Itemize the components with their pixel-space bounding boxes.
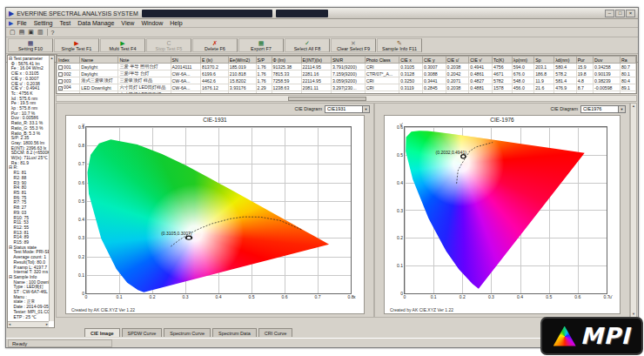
table-cell: 185.019 <box>228 64 256 71</box>
table-cell: Daylight <box>80 64 118 71</box>
tree-item[interactable]: ETP : 25 ℃ <box>9 315 49 320</box>
open-file-icon[interactable]: ▤ <box>19 29 25 36</box>
column-header[interactable]: Tc(K) <box>493 57 513 64</box>
menu-item-help[interactable]: Help <box>170 20 182 26</box>
column-header[interactable]: CIE v' <box>469 57 493 64</box>
menu-item-data-manage[interactable]: Data Manage <box>77 20 114 26</box>
column-header[interactable]: Note <box>118 57 171 64</box>
column-header[interactable]: Name <box>80 57 118 64</box>
column-header[interactable]: CIE y <box>422 57 446 64</box>
column-header[interactable]: λd(nm) <box>554 57 576 64</box>
column-header[interactable]: Sp <box>534 57 554 64</box>
table-cell: 0.3441 <box>422 77 446 84</box>
tab-spectrum-curve[interactable]: Spectrum Curve <box>164 328 211 337</box>
minimize-button[interactable]: – <box>605 10 614 17</box>
print-icon[interactable]: ▥ <box>37 29 44 36</box>
table-row[interactable]: 005LED Plate ...六寸筒灯 LED平面灯CW-6A...973.4… <box>57 91 636 95</box>
tree-vertical-scrollbar[interactable]: ▲ <box>49 56 54 321</box>
table-cell: 19.8 <box>576 71 593 77</box>
save-icon[interactable]: ▣ <box>28 29 34 36</box>
tree-horizontal-scrollbar[interactable]: ◄► <box>8 321 49 327</box>
table-header-row: IndexNameNoteSNE (lx)Ee(W/m2)S/PΦ (lm)E(… <box>57 57 636 64</box>
row-checkbox[interactable]: ✓ <box>58 86 63 91</box>
table-cell: 3.059(9200) <box>331 77 365 84</box>
chevron-down-icon[interactable]: ▼ <box>362 106 369 112</box>
column-header[interactable]: λp(nm) <box>512 57 533 64</box>
table-cell: 0.3007 <box>422 64 446 71</box>
column-header[interactable]: SN <box>171 57 200 64</box>
select-all-icon: ✓ <box>305 40 310 46</box>
row-checkbox[interactable] <box>58 72 63 77</box>
toolbar-divider <box>47 29 48 36</box>
diagram-select[interactable]: CIE1976▼ <box>580 105 626 113</box>
chart-vertical-scrollbar[interactable]: ▲▼ <box>630 103 637 318</box>
column-header[interactable]: Photo Class <box>365 57 399 64</box>
table-row[interactable]: 001Daylight三爱 半导 照明台灯A201411181370.2185.… <box>57 64 636 71</box>
column-header[interactable]: S/P <box>256 57 272 64</box>
app-icon: ▶ <box>9 10 14 17</box>
tab-cri-curve[interactable]: CRI Curve <box>258 328 293 337</box>
menu-item-file[interactable]: File <box>17 20 26 26</box>
column-header[interactable]: E(INT)(lx) <box>301 57 331 64</box>
parameter-tree[interactable]: ⊟ Test parameter Φ : 5676.41 lm Fe : 16.… <box>9 57 49 321</box>
row-checkbox[interactable] <box>58 79 63 84</box>
column-header[interactable]: Duv <box>594 57 621 64</box>
table-cell: 80.7 <box>620 64 635 71</box>
column-header[interactable]: Φ (lm) <box>272 57 301 64</box>
export-f7-button[interactable]: ▦Export F7 <box>238 38 284 52</box>
table-row[interactable]: 002Daylight三爱/半导 台灯CW-6A...6199.6210.818… <box>57 71 636 77</box>
toolbar-button-label: Stop Test F5 <box>156 46 183 51</box>
new-file-icon[interactable]: ▢ <box>10 29 16 36</box>
table-cell: 81370.2 <box>201 64 229 71</box>
column-header[interactable]: Index <box>57 57 80 64</box>
row-checkbox[interactable] <box>58 93 63 95</box>
menu-item-setting[interactable]: Setting <box>34 20 53 26</box>
maximize-button[interactable]: □ <box>615 10 625 17</box>
column-header[interactable]: Pur <box>576 57 593 64</box>
menu-item-window[interactable]: Window <box>141 20 163 26</box>
prism-icon <box>553 326 576 346</box>
window-controls: –□× <box>605 10 635 17</box>
table-cell: 0.3088 <box>422 71 446 77</box>
column-header[interactable]: CIE u' <box>446 57 469 64</box>
x-axis-label: x <box>353 294 356 299</box>
column-header[interactable]: E (lx) <box>201 57 229 64</box>
row-checkbox[interactable] <box>58 65 63 70</box>
tab-spectrum-data[interactable]: Spectrum Data <box>212 328 257 337</box>
scrollbar-thumb[interactable] <box>288 97 366 101</box>
column-header[interactable]: Ee(W/m2) <box>228 57 256 64</box>
table-cell: CTR/07°_A... <box>365 91 399 95</box>
table-row[interactable]: 003港式三爱吸顶灯三爱吸顶灯 样品CW-6A...4462.615.82021… <box>57 77 636 84</box>
setting-f10-button[interactable]: ▦Setting F10 <box>8 38 53 52</box>
table-cell: 1798.25 <box>272 91 301 95</box>
column-header[interactable]: Ra <box>620 57 635 64</box>
table-cell: 91325.38 <box>272 64 301 71</box>
stop-test-icon: C <box>166 40 171 46</box>
select-all-f8-button[interactable]: ✓Select All F8 <box>285 38 330 52</box>
chevron-down-icon[interactable]: ▼ <box>618 106 625 112</box>
close-button[interactable]: × <box>626 10 635 17</box>
chart-panel-header: CIE DiagramCIE1931▼ <box>57 104 373 114</box>
tab-cie-image[interactable]: CIE Image <box>84 328 120 337</box>
table-cell: LED Plate ... <box>80 91 118 95</box>
column-header[interactable]: SN/R <box>331 57 365 64</box>
diagram-select[interactable]: CIE1931▼ <box>325 105 370 113</box>
multi-test-f4-button[interactable]: ▶Multi Test F4 <box>100 38 145 52</box>
scroll-up-icon[interactable]: ▲ <box>631 104 636 109</box>
table-row[interactable]: ✓004LED Downlight六寸筒灯 LED筒灯样品CW-6A...167… <box>57 84 636 91</box>
measured-point-label: (0.2032,0.4941) <box>436 150 466 155</box>
sample-info-f11-button[interactable]: ✎Sample Info F11 <box>377 38 422 52</box>
column-header[interactable]: CIE x <box>399 57 423 64</box>
chart-title: CIE-1931 <box>66 117 364 123</box>
table-horizontal-scrollbar[interactable] <box>56 95 637 102</box>
help-icon[interactable]: ? <box>51 30 55 36</box>
menu-item-view[interactable]: View <box>121 20 134 26</box>
tab-spdw-curve[interactable]: SPDW Curve <box>122 328 163 337</box>
clear-select-f9-button[interactable]: ✕Clear Select F9 <box>331 38 376 52</box>
table-cell: 三爱 半导 照明台灯 <box>118 64 171 71</box>
y-tick-label: 0.7 <box>78 161 84 166</box>
menu-item-test[interactable]: Test <box>59 20 70 26</box>
delete-f6-button[interactable]: ✗Delete F6 <box>192 38 238 52</box>
single-test-f1-button[interactable]: ▶Single Test F1 <box>54 38 99 52</box>
x-tick-label: 0.2 <box>150 294 156 299</box>
